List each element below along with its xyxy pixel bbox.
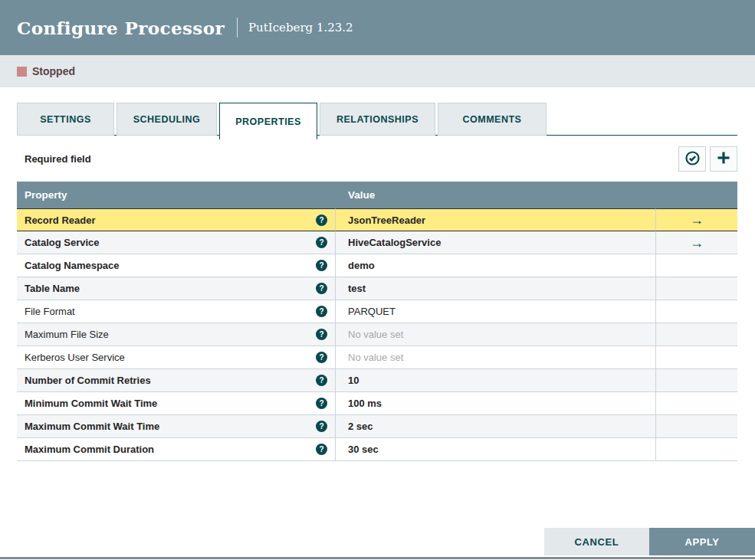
- property-value-cell[interactable]: No value set: [336, 323, 656, 346]
- property-value: 100 ms: [348, 398, 382, 409]
- goto-service-arrow-icon[interactable]: →: [690, 212, 704, 228]
- property-name: File Format: [25, 306, 75, 317]
- property-value: 10: [348, 375, 359, 386]
- dialog-header: Configure Processor PutIceberg 1.23.2: [0, 0, 755, 55]
- goto-cell-empty: [656, 415, 737, 438]
- goto-column-header: [656, 182, 737, 208]
- property-column-header: Property: [17, 182, 336, 208]
- plus-icon: [716, 150, 731, 168]
- table-row[interactable]: Kerberos User Service?No value set: [17, 346, 737, 369]
- help-icon[interactable]: ?: [316, 306, 327, 317]
- property-value-cell[interactable]: 100 ms: [336, 392, 656, 415]
- processor-type-version: PutIceberg 1.23.2: [248, 21, 353, 34]
- table-toolbar: Required field: [17, 146, 737, 172]
- property-value-cell[interactable]: PARQUET: [336, 300, 656, 323]
- table-row[interactable]: Table Name?test: [17, 277, 737, 300]
- title-separator: [237, 18, 238, 38]
- property-name: Number of Commit Retries: [25, 375, 151, 386]
- check-circle-icon: [684, 150, 701, 169]
- tab-bar: SETTINGS SCHEDULING PROPERTIES RELATIONS…: [17, 103, 737, 136]
- status-label: Stopped: [32, 65, 75, 77]
- table-row[interactable]: Number of Commit Retries?10: [17, 369, 737, 392]
- dialog-bottom-edge: [0, 557, 755, 559]
- table-row[interactable]: Catalog Namespace?demo: [17, 254, 737, 277]
- property-value: demo: [348, 260, 375, 271]
- cancel-button[interactable]: CANCEL: [544, 528, 649, 555]
- property-value: No value set: [348, 352, 403, 363]
- help-icon[interactable]: ?: [316, 329, 327, 340]
- goto-service-arrow-icon[interactable]: →: [690, 235, 704, 251]
- help-icon[interactable]: ?: [316, 283, 327, 294]
- property-value-cell[interactable]: 10: [336, 369, 656, 392]
- goto-cell-empty: [656, 300, 737, 323]
- property-value: 2 sec: [348, 421, 373, 432]
- property-name: Catalog Service: [25, 237, 100, 248]
- property-name: Maximum Commit Wait Time: [25, 421, 159, 432]
- stopped-status-icon: [17, 67, 27, 77]
- property-value-cell[interactable]: test: [336, 277, 656, 300]
- help-icon[interactable]: ?: [316, 237, 327, 248]
- goto-cell-empty: [656, 369, 737, 392]
- required-field-label: Required field: [17, 153, 91, 165]
- property-name: Maximum Commit Duration: [25, 444, 154, 455]
- value-column-header: Value: [336, 182, 656, 208]
- property-name: Maximum File Size: [25, 329, 109, 340]
- tab-properties[interactable]: PROPERTIES: [219, 103, 317, 139]
- table-row[interactable]: Catalog Service?HiveCatalogService→: [17, 231, 737, 254]
- tab-settings[interactable]: SETTINGS: [17, 103, 114, 136]
- table-row[interactable]: File Format?PARQUET: [17, 300, 737, 323]
- property-value-cell[interactable]: No value set: [336, 346, 656, 369]
- property-value: 30 sec: [348, 444, 379, 455]
- goto-cell-empty: [656, 346, 737, 369]
- property-value-cell[interactable]: HiveCatalogService: [336, 231, 656, 254]
- property-value: test: [348, 283, 366, 294]
- property-value-cell[interactable]: 30 sec: [336, 438, 656, 461]
- goto-cell-empty: [656, 323, 737, 346]
- goto-cell-empty: [656, 277, 737, 300]
- table-header-row: Property Value: [17, 182, 737, 208]
- help-icon[interactable]: ?: [316, 444, 327, 455]
- property-name: Kerberos User Service: [25, 352, 125, 363]
- verify-properties-button[interactable]: [678, 146, 706, 172]
- add-property-button[interactable]: [710, 146, 737, 172]
- property-value-cell[interactable]: demo: [336, 254, 656, 277]
- goto-cell-empty: [656, 254, 737, 277]
- help-icon[interactable]: ?: [316, 398, 327, 409]
- table-row[interactable]: Maximum Commit Duration?30 sec: [17, 438, 737, 461]
- help-icon[interactable]: ?: [316, 352, 327, 363]
- help-icon[interactable]: ?: [316, 375, 327, 386]
- property-name: Table Name: [25, 283, 80, 294]
- apply-button[interactable]: APPLY: [649, 528, 755, 555]
- tab-relationships[interactable]: RELATIONSHIPS: [320, 103, 435, 136]
- property-value-cell[interactable]: JsonTreeReader: [336, 208, 656, 231]
- property-value: PARQUET: [348, 306, 396, 317]
- property-name: Minimum Commit Wait Time: [25, 398, 157, 409]
- configure-processor-dialog: Configure Processor PutIceberg 1.23.2 St…: [0, 0, 755, 560]
- help-icon[interactable]: ?: [316, 260, 327, 271]
- property-name: Catalog Namespace: [25, 260, 120, 271]
- table-row[interactable]: Maximum File Size?No value set: [17, 323, 737, 346]
- property-value: HiveCatalogService: [348, 237, 441, 248]
- tab-comments[interactable]: COMMENTS: [438, 103, 547, 136]
- goto-cell-empty: [656, 438, 737, 461]
- dialog-title: Configure Processor: [17, 18, 225, 38]
- table-row[interactable]: Minimum Commit Wait Time?100 ms: [17, 392, 737, 415]
- property-name: Record Reader: [25, 215, 95, 226]
- toolbar-buttons: [678, 146, 737, 172]
- property-value: JsonTreeReader: [348, 215, 425, 226]
- status-bar: Stopped: [0, 55, 755, 87]
- table-row[interactable]: Record Reader?JsonTreeReader→: [17, 208, 737, 231]
- property-value-cell[interactable]: 2 sec: [336, 415, 656, 438]
- properties-table: Property Value Record Reader?JsonTreeRea…: [17, 182, 737, 461]
- table-row[interactable]: Maximum Commit Wait Time?2 sec: [17, 415, 737, 438]
- goto-cell-empty: [656, 392, 737, 415]
- property-value: No value set: [348, 329, 403, 340]
- help-icon[interactable]: ?: [316, 421, 327, 432]
- tab-scheduling[interactable]: SCHEDULING: [117, 103, 217, 136]
- help-icon[interactable]: ?: [316, 215, 327, 226]
